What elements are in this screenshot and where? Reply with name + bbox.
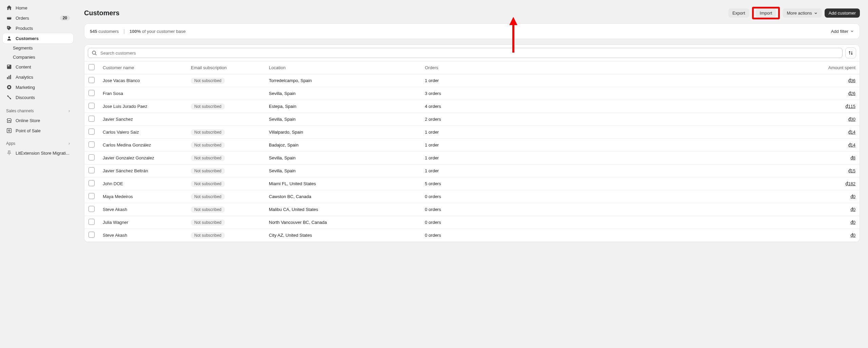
- header-actions: Export Import More actions Add customer: [728, 7, 860, 19]
- import-button[interactable]: Import: [756, 8, 776, 18]
- select-all-checkbox[interactable]: [88, 64, 95, 70]
- amount-cell: ₫14: [495, 139, 860, 152]
- nav-analytics[interactable]: Analytics: [3, 72, 73, 82]
- nav-label: Point of Sale: [16, 128, 41, 133]
- nav-orders[interactable]: Orders 20: [3, 13, 73, 23]
- row-checkbox[interactable]: [88, 141, 95, 148]
- customers-icon: [6, 35, 12, 41]
- customer-name-link[interactable]: Fran Sosa: [103, 91, 123, 96]
- row-checkbox[interactable]: [88, 103, 95, 109]
- customer-name-link[interactable]: John DOE: [103, 181, 123, 186]
- nav-discounts[interactable]: Discounts: [3, 92, 73, 102]
- row-checkbox[interactable]: [88, 232, 95, 238]
- row-checkbox[interactable]: [88, 193, 95, 199]
- row-checkbox[interactable]: [88, 90, 95, 96]
- location-cell: Sevilla, Spain: [265, 152, 421, 165]
- page-title: Customers: [84, 9, 119, 17]
- sort-button[interactable]: [845, 47, 856, 58]
- subscription-pill: Not subscribed: [191, 194, 225, 200]
- customer-name-link[interactable]: Maya Medeiros: [103, 194, 133, 199]
- orders-badge: 20: [60, 15, 70, 21]
- table-row[interactable]: Carlos Medina GonzálezNot subscribedBada…: [84, 139, 860, 152]
- customer-name-link[interactable]: Steve Akash: [103, 207, 127, 212]
- customer-name-link[interactable]: Jose Luis Jurado Paez: [103, 104, 147, 109]
- search-input[interactable]: [100, 51, 839, 56]
- nav-companies[interactable]: Companies: [3, 53, 73, 62]
- row-checkbox[interactable]: [88, 129, 95, 135]
- row-checkbox[interactable]: [88, 77, 95, 83]
- table-row[interactable]: Steve AkashNot subscribedMalibu CA, Unit…: [84, 203, 860, 216]
- customer-name-link[interactable]: Jose Vacas Blanco: [103, 78, 140, 83]
- table-row[interactable]: Julia WagnerNot subscribedNorth Vancouve…: [84, 216, 860, 229]
- table-row[interactable]: Javier Gonzalez GonzalezNot subscribedSe…: [84, 152, 860, 165]
- customer-name-link[interactable]: Carlos Medina González: [103, 142, 151, 148]
- section-label: Apps: [6, 141, 15, 146]
- location-cell: Miami FL, United States: [265, 177, 421, 190]
- nav-label: Home: [16, 5, 27, 11]
- row-checkbox[interactable]: [88, 219, 95, 225]
- nav-marketing[interactable]: Marketing: [3, 82, 73, 92]
- chevron-down-icon: [814, 11, 818, 15]
- more-actions-button[interactable]: More actions: [783, 8, 822, 18]
- nav-segments[interactable]: Segments: [3, 43, 73, 53]
- row-checkbox[interactable]: [88, 180, 95, 186]
- table-row[interactable]: Fran SosaSevilla, Spain3 orders₫26: [84, 87, 860, 100]
- amount-cell: ₫36: [495, 74, 860, 87]
- nav-online-store[interactable]: Online Store: [3, 115, 73, 125]
- row-checkbox[interactable]: [88, 206, 95, 212]
- th-orders[interactable]: Orders: [421, 61, 495, 74]
- amount-cell: ₫15: [495, 165, 860, 177]
- search-input-wrapper[interactable]: [88, 48, 843, 58]
- th-amount[interactable]: Amount spent: [495, 61, 860, 74]
- th-subscription[interactable]: Email subscription: [187, 61, 265, 74]
- customer-name-link[interactable]: Javier Sánchez Beltrán: [103, 168, 148, 173]
- location-cell: North Vancouver BC, Canada: [265, 216, 421, 229]
- export-button[interactable]: Export: [728, 8, 749, 18]
- row-checkbox[interactable]: [88, 154, 95, 160]
- table-row[interactable]: John DOENot subscribedMiami FL, United S…: [84, 177, 860, 190]
- nav-pos[interactable]: Point of Sale: [3, 125, 73, 136]
- svg-point-15: [92, 51, 96, 54]
- th-name[interactable]: Customer name: [99, 61, 187, 74]
- th-location[interactable]: Location: [265, 61, 421, 74]
- nav-products[interactable]: Products: [3, 23, 73, 33]
- customer-name-link[interactable]: Javier Sanchez: [103, 117, 133, 122]
- sales-channels-header[interactable]: Sales channels ›: [3, 107, 73, 115]
- pos-icon: [6, 128, 12, 134]
- table-row[interactable]: Jose Luis Jurado PaezNot subscribedEstep…: [84, 100, 860, 113]
- customer-table-card: Customer name Email subscription Locatio…: [84, 44, 860, 242]
- svg-point-3: [8, 37, 10, 38]
- orders-cell: 1 order: [421, 74, 495, 87]
- row-checkbox[interactable]: [88, 116, 95, 122]
- add-filter-button[interactable]: Add filter: [831, 29, 854, 34]
- nav-home[interactable]: Home: [3, 3, 73, 13]
- row-checkbox[interactable]: [88, 167, 95, 173]
- svg-rect-8: [10, 75, 11, 79]
- table-row[interactable]: Javier Sánchez BeltránNot subscribedSevi…: [84, 165, 860, 177]
- customer-name-link[interactable]: Javier Gonzalez Gonzalez: [103, 155, 154, 160]
- customer-name-link[interactable]: Julia Wagner: [103, 220, 128, 225]
- search-row: [84, 45, 860, 61]
- page-header: Customers Export Import More actions Add…: [84, 7, 860, 19]
- chevron-right-icon: ›: [68, 141, 70, 146]
- nav-content[interactable]: Content: [3, 62, 73, 72]
- table-row[interactable]: Maya MedeirosNot subscribedCawston BC, C…: [84, 190, 860, 203]
- location-cell: Villalpardo, Spain: [265, 126, 421, 139]
- location-cell: Malibu CA, United States: [265, 203, 421, 216]
- table-row[interactable]: Carlos Valero SaizNot subscribedVillalpa…: [84, 126, 860, 139]
- table-row[interactable]: Jose Vacas BlancoNot subscribedTorredelc…: [84, 74, 860, 87]
- sidebar: Home Orders 20 Products Customers Segmen…: [0, 0, 76, 348]
- sort-icon: [848, 50, 853, 56]
- customer-name-link[interactable]: Steve Akash: [103, 233, 127, 238]
- main-content: Customers Export Import More actions Add…: [76, 0, 868, 348]
- customer-name-link[interactable]: Carlos Valero Saiz: [103, 130, 139, 135]
- table-row[interactable]: Javier SanchezSevilla, Spain2 orders₫30: [84, 113, 860, 126]
- nav-customers[interactable]: Customers: [3, 33, 73, 43]
- location-cell: Sevilla, Spain: [265, 113, 421, 126]
- chevron-down-icon: [850, 29, 854, 33]
- apps-header[interactable]: Apps ›: [3, 139, 73, 148]
- nav-litextension[interactable]: LitExtension Store Migrati...: [3, 148, 73, 158]
- table-row[interactable]: Steve AkashNot subscribedCity AZ, United…: [84, 229, 860, 242]
- add-customer-button[interactable]: Add customer: [825, 8, 860, 18]
- subscription-pill: Not subscribed: [191, 142, 225, 148]
